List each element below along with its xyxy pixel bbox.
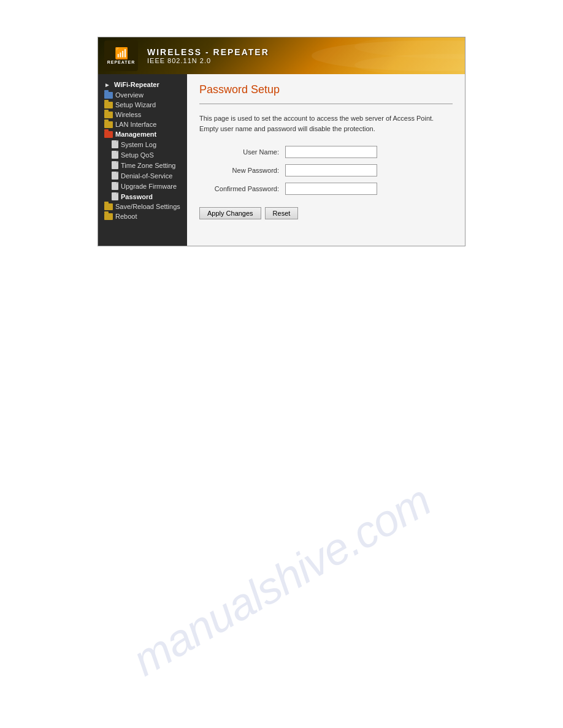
sidebar-item-password-label: Password: [121, 193, 153, 200]
sidebar-item-reboot-label: Reboot: [115, 213, 137, 220]
sidebar-root[interactable]: ► WiFi-Repeater: [98, 79, 187, 90]
confirmed-password-input[interactable]: [285, 183, 377, 195]
confirmed-password-label: Confirmed Password:: [199, 185, 285, 192]
wifi-icon: 📶: [115, 48, 128, 59]
new-password-row: New Password:: [199, 164, 453, 176]
header-title: WIRELESS - REPEATER: [147, 47, 269, 57]
confirmed-password-row: Confirmed Password:: [199, 183, 453, 195]
content-area: Password Setup This page is used to set …: [187, 74, 465, 246]
sidebar-item-timezone-label: Time Zone Setting: [121, 162, 175, 169]
folder-icon-overview: [104, 92, 113, 99]
reset-button[interactable]: Reset: [265, 207, 299, 219]
sidebar-item-firmware[interactable]: Upgrade Firmware: [98, 181, 187, 191]
sidebar: ► WiFi-Repeater Overview Setup Wizard Wi…: [98, 74, 187, 246]
folder-icon-wireless: [104, 112, 113, 118]
sidebar-item-lan-label: LAN Interface: [115, 121, 156, 128]
header-decoration: [281, 37, 465, 74]
sidebar-item-qos[interactable]: Setup QoS: [98, 150, 187, 160]
sidebar-item-lan[interactable]: LAN Interface: [98, 119, 187, 129]
folder-icon-lan: [104, 121, 113, 128]
user-name-label: User Name:: [199, 148, 285, 156]
folder-icon-reboot: [104, 213, 113, 220]
header-title-block: WIRELESS - REPEATER IEEE 802.11N 2.0: [147, 47, 269, 64]
page-description: This page is used to set the account to …: [199, 113, 453, 134]
folder-icon-setup-wizard: [104, 102, 113, 108]
sidebar-item-management-label: Management: [115, 131, 156, 138]
doc-icon-timezone: [112, 161, 118, 169]
sidebar-item-setup-wizard[interactable]: Setup Wizard: [98, 100, 187, 110]
doc-icon-system-log: [112, 140, 118, 148]
sidebar-item-firmware-label: Upgrade Firmware: [121, 183, 177, 190]
wifi-logo: 📶 REPEATER: [104, 40, 138, 71]
user-name-row: User Name:: [199, 146, 453, 158]
sidebar-item-management[interactable]: Management: [98, 129, 187, 139]
header-subtitle: IEEE 802.11N 2.0: [147, 57, 269, 64]
doc-icon-firmware: [112, 182, 118, 190]
new-password-label: New Password:: [199, 167, 285, 174]
logo-repeater-text: REPEATER: [107, 60, 136, 64]
user-name-input[interactable]: [285, 146, 377, 158]
sidebar-item-dos-label: Denial-of-Service: [121, 172, 172, 180]
sidebar-item-qos-label: Setup QoS: [121, 151, 154, 159]
doc-icon-dos: [112, 172, 118, 180]
sidebar-item-save-reload[interactable]: Save/Reload Settings: [98, 202, 187, 211]
router-ui: 📶 REPEATER WIRELESS - REPEATER IEEE 802.…: [98, 37, 465, 246]
doc-icon-qos: [112, 151, 118, 159]
sidebar-item-dos[interactable]: Denial-of-Service: [98, 170, 187, 181]
main-layout: ► WiFi-Repeater Overview Setup Wizard Wi…: [98, 74, 465, 246]
sidebar-item-timezone[interactable]: Time Zone Setting: [98, 160, 187, 170]
sidebar-item-system-log[interactable]: System Log: [98, 139, 187, 150]
apply-changes-button[interactable]: Apply Changes: [199, 207, 261, 219]
sidebar-item-wireless-label: Wireless: [115, 111, 141, 118]
sidebar-item-password[interactable]: Password: [98, 191, 187, 202]
sidebar-item-wireless[interactable]: Wireless: [98, 110, 187, 119]
doc-icon-password: [112, 192, 118, 200]
password-form: User Name: New Password: Confirmed Passw…: [199, 146, 453, 195]
sidebar-item-overview[interactable]: Overview: [98, 90, 187, 100]
page-title: Password Setup: [199, 83, 453, 96]
sidebar-root-label: WiFi-Repeater: [114, 81, 159, 88]
sidebar-item-save-reload-label: Save/Reload Settings: [115, 203, 180, 210]
sidebar-item-setup-wizard-label: Setup Wizard: [115, 101, 156, 108]
new-password-input[interactable]: [285, 164, 377, 176]
header: 📶 REPEATER WIRELESS - REPEATER IEEE 802.…: [98, 37, 465, 74]
sidebar-item-reboot[interactable]: Reboot: [98, 211, 187, 221]
root-arrow-icon: ►: [104, 82, 110, 88]
folder-icon-save-reload: [104, 203, 113, 210]
sidebar-item-system-log-label: System Log: [121, 141, 156, 148]
title-divider: [199, 104, 453, 104]
folder-icon-management: [104, 131, 113, 138]
sidebar-item-overview-label: Overview: [115, 91, 144, 99]
watermark: manualshive.com: [124, 475, 439, 686]
button-row: Apply Changes Reset: [199, 207, 453, 219]
